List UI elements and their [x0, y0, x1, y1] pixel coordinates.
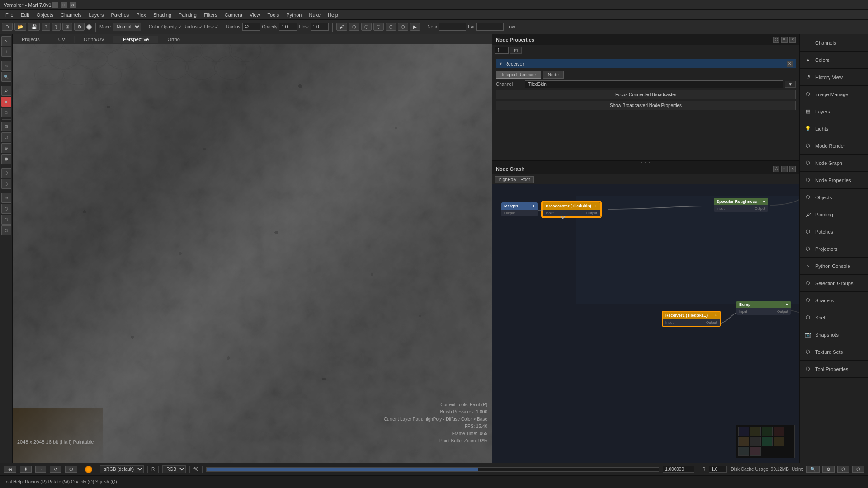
disk-cache-action[interactable]: ⬡ [852, 466, 864, 473]
new-button[interactable]: 🗋 [2, 23, 13, 31]
show-node-props-button[interactable]: Show Broadcasted Node Properties [496, 101, 796, 110]
view-mode4[interactable]: ⬡ [386, 23, 396, 31]
export-button[interactable]: ⤴ [42, 23, 50, 31]
tab-ortho[interactable]: Ortho [158, 36, 189, 43]
view-mode5[interactable]: ⬡ [398, 23, 408, 31]
menu-shading[interactable]: Shading [150, 11, 175, 19]
ng-menu[interactable]: ≡ [781, 166, 788, 172]
save-button[interactable]: 💾 [28, 23, 40, 31]
node-tab[interactable]: Node [543, 71, 564, 79]
tool-navigate[interactable]: ⊕ [1, 61, 11, 71]
go-start-button[interactable]: ⏮ [4, 466, 16, 473]
section-close-button[interactable]: ✕ [787, 61, 793, 67]
tool-paint[interactable]: 🖌 [1, 86, 11, 96]
view-mode3[interactable]: ⬡ [373, 23, 384, 31]
menu-file[interactable]: File [2, 11, 17, 19]
viewport[interactable]: Current Tools: Paint (P) Brush Pressures… [13, 44, 492, 463]
tool-zoom[interactable]: 🔍 [1, 72, 11, 82]
receiver-bottom-plus[interactable]: + [715, 313, 717, 318]
specular-roughness-node[interactable]: Specular Roughness + Input Output [714, 198, 768, 212]
opacity-input[interactable] [279, 23, 297, 31]
merge1-plus[interactable]: + [533, 204, 535, 208]
receiver-section-header[interactable]: ▼ Receiver ✕ [496, 59, 796, 68]
node-id-input[interactable] [495, 47, 509, 54]
radius-input[interactable] [242, 23, 260, 31]
focus-broadcaster-button[interactable]: Focus Connected Broadcaster [496, 90, 796, 99]
settings2-button[interactable]: ⬡ [65, 466, 77, 473]
menu-layers[interactable]: Layers [85, 11, 107, 19]
disk-cache-settings[interactable]: ⚙ [822, 466, 835, 473]
sidebar-item-colors[interactable]: ● Colors [800, 52, 868, 69]
tool-active[interactable]: ■ [1, 97, 11, 107]
timeline-bar[interactable] [206, 467, 659, 472]
sidebar-item-lights[interactable]: 💡 Lights [800, 120, 868, 137]
sidebar-item-texture-sets[interactable]: ⬡ Texture Sets [800, 343, 868, 361]
render-button[interactable]: ▶ [410, 23, 420, 31]
menu-objects[interactable]: Objects [33, 11, 57, 19]
ng-close[interactable]: ✕ [789, 166, 796, 172]
bump-plus[interactable]: + [786, 302, 788, 307]
minimize-button[interactable]: ─ [52, 2, 58, 8]
menu-patches[interactable]: Patches [108, 11, 133, 19]
sidebar-item-modo-render[interactable]: ⬡ Modo Render [800, 137, 868, 155]
menu-view[interactable]: View [246, 11, 264, 19]
sidebar-item-image-manager[interactable]: ⬡ Image Manager [800, 86, 868, 103]
play-button[interactable]: ○ [35, 466, 46, 473]
settings-button[interactable]: ⚙ [74, 23, 85, 31]
close-button[interactable]: ✕ [70, 2, 76, 8]
node-id-button[interactable]: ⊡ [510, 47, 522, 54]
import-button[interactable]: ⤵ [52, 23, 61, 31]
tool-bake[interactable]: ⬡ [1, 179, 11, 189]
sidebar-item-channels[interactable]: ≡ Channels [800, 34, 868, 52]
go-prev-button[interactable]: ⬇ [20, 466, 32, 473]
tool-fill[interactable]: ⊕ [1, 143, 11, 153]
menu-plex[interactable]: Plex [132, 11, 149, 19]
brush-button[interactable]: 🖌 [336, 23, 347, 31]
tool-misc2[interactable]: ⬡ [1, 204, 11, 214]
tool-smear[interactable]: ⬡ [1, 132, 11, 142]
disk-cache-clear[interactable]: ⬡ [837, 466, 849, 473]
tool-transform[interactable]: ⬡ [1, 168, 11, 178]
sidebar-item-snapshots[interactable]: 📷 Snapshots [800, 326, 868, 343]
tool-clone[interactable]: ⊞ [1, 122, 11, 131]
breadcrumb-root[interactable]: highPoly - Root [495, 176, 534, 183]
tool-misc3[interactable]: ⬡ [1, 215, 11, 225]
merge1-node[interactable]: Merge1 + Output [501, 202, 538, 216]
tool-select[interactable]: ↖ [1, 36, 11, 46]
sidebar-item-painting[interactable]: 🖌 Painting [800, 206, 868, 223]
sidebar-item-node-properties[interactable]: ⬡ Node Properties [800, 172, 868, 189]
menu-channels[interactable]: Channels [57, 11, 85, 19]
tool-erase[interactable]: □ [1, 108, 11, 117]
disk-cache-search[interactable]: 🔍 [806, 466, 820, 473]
broadcaster-node[interactable]: Broadcaster (TiledSkin) + Input Output [542, 202, 601, 217]
mode-select[interactable]: Normal [113, 23, 141, 31]
tool-misc1[interactable]: ⊕ [1, 193, 11, 203]
panel-detach[interactable]: ⬡ [773, 37, 779, 43]
panel-close[interactable]: ✕ [789, 37, 796, 43]
sidebar-item-tool-properties[interactable]: ⬡ Tool Properties [800, 361, 868, 378]
viewport-canvas[interactable]: Current Tools: Paint (P) Brush Pressures… [13, 44, 492, 463]
sidebar-item-layers[interactable]: ▤ Layers [800, 103, 868, 120]
channel-button[interactable]: ⊞ [62, 23, 72, 31]
channel-value-input[interactable] [525, 80, 783, 88]
r-value-input[interactable] [709, 466, 727, 473]
channel-mode-select[interactable]: RGB [162, 465, 186, 473]
open-button[interactable]: 📂 [14, 23, 26, 31]
sidebar-item-node-graph[interactable]: ⬡ Node Graph [800, 155, 868, 172]
menu-camera[interactable]: Camera [221, 11, 246, 19]
node-graph-canvas[interactable]: Merge1 + Output Broadcaster (TiledSkin) … [492, 184, 799, 463]
near-input[interactable] [439, 23, 466, 31]
menu-edit[interactable]: Edit [17, 11, 33, 19]
tool-flatten[interactable]: ⬣ [1, 154, 11, 164]
menu-help[interactable]: Help [324, 11, 342, 19]
time-input[interactable] [663, 466, 694, 473]
tool-move[interactable]: ✛ [1, 47, 11, 57]
far-input[interactable] [476, 23, 504, 31]
sidebar-item-projectors[interactable]: ⬡ Projectors [800, 240, 868, 258]
menu-nuke[interactable]: Nuke [305, 11, 324, 19]
sidebar-item-shelf[interactable]: ⬡ Shelf [800, 309, 868, 326]
menu-filters[interactable]: Filters [200, 11, 221, 19]
sidebar-item-python-console[interactable]: > Python Console [800, 258, 868, 275]
view-mode2[interactable]: ⬡ [361, 23, 372, 31]
tab-uv[interactable]: UV [49, 36, 75, 43]
